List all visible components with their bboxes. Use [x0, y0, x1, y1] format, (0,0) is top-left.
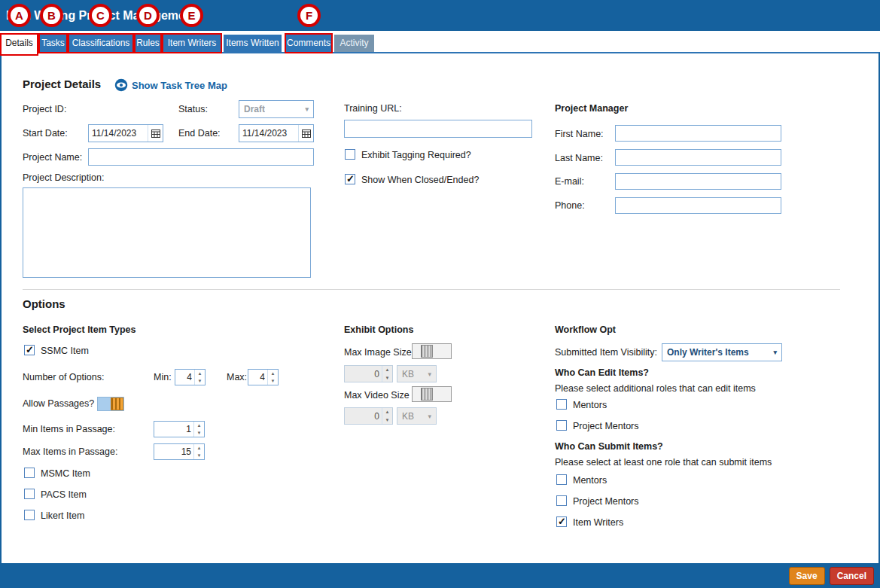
spinner-arrows[interactable]: ▲▼	[193, 422, 204, 437]
spinner-up-icon[interactable]: ▲	[382, 366, 392, 374]
number-of-options-label: Number of Options:	[23, 372, 104, 382]
spinner-arrows[interactable]: ▲▼	[267, 370, 278, 385]
likert-item-label: Likert Item	[41, 510, 84, 521]
spinner-up-icon[interactable]: ▲	[268, 370, 278, 377]
ssmc-item-label: SSMC Item	[41, 346, 89, 356]
spinner-down-icon[interactable]: ▼	[268, 377, 278, 385]
submit-project-mentors-checkbox[interactable]	[556, 495, 567, 506]
item-writers-checkbox[interactable]	[556, 516, 567, 527]
spinner-up-icon[interactable]: ▲	[194, 422, 204, 429]
min-options-spinner[interactable]: ▲▼	[175, 369, 206, 385]
tab-tasks[interactable]: Tasks	[40, 35, 66, 52]
image-unit-dropdown[interactable]: KB ▾	[397, 365, 437, 382]
project-description-input[interactable]	[23, 187, 311, 278]
status-label: Status:	[178, 104, 208, 114]
phone-input[interactable]	[615, 197, 781, 214]
pacs-item-label: PACS Item	[41, 489, 87, 500]
calendar-icon[interactable]	[148, 125, 163, 142]
project-id-label: Project ID:	[23, 104, 66, 114]
status-dropdown[interactable]: Draft ▾	[239, 100, 314, 118]
end-date-field[interactable]	[239, 124, 314, 142]
tab-strip: Details Tasks Classifications Rules Item…	[0, 35, 880, 54]
ssmc-item-checkbox[interactable]	[24, 345, 35, 355]
max-items-spinner[interactable]: ▲▼	[154, 443, 205, 460]
tab-rules[interactable]: Rules	[136, 35, 160, 52]
section-divider	[23, 289, 840, 290]
training-url-input[interactable]	[344, 120, 532, 138]
tab-details[interactable]: Details	[2, 35, 37, 54]
spinner-down-icon[interactable]: ▼	[194, 429, 204, 437]
first-name-input[interactable]	[615, 125, 781, 142]
edit-mentors-checkbox[interactable]	[556, 399, 567, 410]
exhibit-tagging-checkbox[interactable]	[345, 149, 355, 160]
allow-passages-toggle[interactable]	[97, 397, 124, 411]
spinner-down-icon[interactable]: ▼	[194, 452, 204, 459]
tab-activity[interactable]: Activity	[334, 35, 374, 52]
min-items-input[interactable]	[154, 422, 193, 437]
spinner-down-icon[interactable]: ▼	[382, 416, 392, 425]
annotation-circle-b: B	[40, 4, 63, 27]
spinner-up-icon[interactable]: ▲	[382, 408, 392, 416]
spinner-down-icon[interactable]: ▼	[382, 374, 392, 382]
save-button[interactable]: Save	[789, 567, 825, 585]
max-video-size-input[interactable]	[345, 408, 382, 424]
spinner-down-icon[interactable]: ▼	[195, 377, 205, 385]
max-items-input[interactable]	[154, 444, 193, 459]
spinner-arrows[interactable]: ▲▼	[382, 408, 392, 424]
image-unit-value: KB	[402, 369, 414, 379]
item-types-heading: Select Project Item Types	[23, 324, 136, 335]
max-video-size-toggle[interactable]	[412, 386, 452, 402]
tab-item-writers[interactable]: Item Writers	[163, 35, 221, 52]
project-name-input[interactable]	[88, 148, 314, 166]
min-options-input[interactable]	[175, 370, 194, 385]
submitted-item-visibility-dropdown[interactable]: Only Writer's Items ▾	[662, 343, 782, 361]
who-can-edit-heading: Who Can Edit Items?	[555, 367, 649, 378]
footer-bar: Save Cancel	[0, 563, 880, 588]
max-image-size-input[interactable]	[345, 366, 382, 382]
spinner-arrows[interactable]: ▲▼	[194, 370, 205, 385]
edit-project-mentors-checkbox[interactable]	[556, 420, 567, 431]
submit-project-mentors-label: Project Mentors	[573, 496, 639, 507]
exhibit-tagging-label: Exhibit Tagging Required?	[361, 150, 471, 160]
tab-classifications[interactable]: Classifications	[69, 35, 132, 52]
slider-knob[interactable]	[421, 345, 433, 358]
min-items-label: Min Items in Passage:	[23, 424, 115, 434]
edit-roles-hint: Please select additional roles that can …	[555, 383, 756, 394]
msmc-item-checkbox[interactable]	[24, 468, 35, 478]
calendar-icon[interactable]	[298, 125, 313, 142]
annotation-circle-d: D	[136, 4, 160, 27]
submit-mentors-checkbox[interactable]	[556, 474, 567, 485]
start-date-field[interactable]	[88, 124, 163, 142]
max-video-size-spinner[interactable]: ▲▼	[344, 407, 393, 425]
spinner-arrows[interactable]: ▲▼	[382, 366, 392, 382]
spinner-arrows[interactable]: ▲▼	[193, 444, 204, 459]
submit-mentors-label: Mentors	[573, 475, 607, 486]
show-when-closed-label: Show When Closed/Ended?	[361, 175, 479, 185]
toggle-knob[interactable]	[111, 398, 123, 410]
cancel-button[interactable]: Cancel	[830, 567, 874, 585]
slider-knob[interactable]	[421, 388, 433, 401]
tab-items-written[interactable]: Items Written	[224, 35, 282, 52]
end-date-input[interactable]	[239, 125, 298, 142]
max-options-input[interactable]	[248, 370, 267, 385]
pacs-item-checkbox[interactable]	[24, 489, 35, 499]
likert-item-checkbox[interactable]	[24, 510, 35, 520]
show-task-tree-map-link[interactable]: Show Task Tree Map	[132, 80, 227, 91]
tab-comments[interactable]: Comments	[286, 35, 331, 52]
spinner-up-icon[interactable]: ▲	[195, 370, 205, 377]
email-input[interactable]	[615, 173, 781, 190]
video-unit-dropdown[interactable]: KB ▾	[397, 407, 437, 425]
last-name-label: Last Name:	[555, 153, 603, 163]
first-name-label: First Name:	[555, 129, 604, 139]
max-image-size-spinner[interactable]: ▲▼	[344, 365, 393, 382]
spinner-up-icon[interactable]: ▲	[194, 444, 204, 452]
show-when-closed-checkbox[interactable]	[345, 174, 355, 184]
last-name-input[interactable]	[615, 149, 781, 166]
max-options-spinner[interactable]: ▲▼	[248, 369, 279, 385]
min-items-spinner[interactable]: ▲▼	[154, 421, 205, 437]
status-value: Draft	[244, 104, 265, 114]
max-image-size-toggle[interactable]	[412, 343, 452, 359]
start-date-input[interactable]	[89, 125, 148, 142]
eye-icon[interactable]	[114, 78, 128, 95]
app-window: Item Writing Project Management A B C D …	[0, 0, 880, 588]
